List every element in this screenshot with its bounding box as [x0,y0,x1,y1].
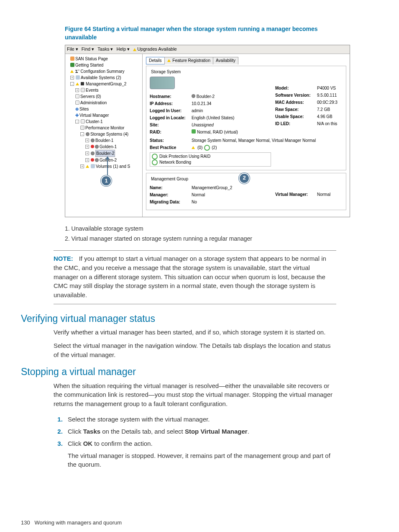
tree-perf-monitor[interactable]: Performance Monitor [85,125,124,131]
tree-volumes[interactable]: Volumes (1) and S [96,163,130,170]
hostname-value: Boulder-2 [197,94,215,99]
error-icon [91,158,94,162]
status-value: Storage System Normal, Manager Normal, V… [192,138,343,144]
collapse-icon[interactable]: - [80,132,84,136]
note-label: NOTE: [54,255,73,262]
server-icon [75,94,79,98]
menubar: File ▾ Find ▾ Tasks ▾ Help ▾ Upgrades Av… [65,45,350,54]
node-icon [91,139,95,142]
cluster-icon [81,119,85,123]
nav-tree[interactable]: SAN Status Page Getting Started Σ+ Confi… [65,54,143,217]
hardware-image [150,77,175,89]
tree-getting-started[interactable]: Getting Started [75,62,103,68]
tree-cluster[interactable]: Cluster-1 [86,118,103,125]
tree-san-status[interactable]: SAN Status Page [75,56,108,62]
expand-icon[interactable]: + [85,152,89,155]
bp-item-1: Disk Protection Using RAID [159,154,210,159]
warning-icon [76,82,79,85]
stop-steps: Select the storage system with the virtu… [54,415,336,469]
storage-system-fieldset: Storage System Hostname: Boulder-2 IP Ad… [146,66,346,170]
mg-name-label: Name: [150,185,192,191]
storage-icon [86,132,90,136]
verify-p1: Verify whether a virtual manager has bee… [54,328,336,337]
tab-availability[interactable]: Availability [213,57,238,64]
idled-value: N/A on this [317,121,343,127]
tree-boulder1[interactable]: Boulder-1 [95,137,113,144]
expand-icon[interactable]: + [85,139,89,142]
tree-sites[interactable]: Sites [79,106,89,112]
figure-legend: 1. Unavailable storage system 2. Virtual… [65,225,336,243]
user-label: Logged In User: [150,108,192,114]
ok-icon [192,129,196,134]
expand-icon[interactable]: + [70,76,74,80]
tree-administration[interactable]: Administration [80,100,107,106]
expand-icon[interactable]: + [85,145,89,149]
group-icon [81,82,84,85]
mg-migrating-label: Migrating Data: [150,199,192,205]
tree-virtual-manager[interactable]: Virtual Manager [79,112,109,118]
tree-events[interactable]: Events [86,87,99,93]
node-icon [95,145,99,149]
warning-icon [70,70,74,73]
tree-mgmt-group[interactable]: ManagementGroup_2 [86,81,126,87]
step-tail: The virtual manager is stopped. However,… [68,451,336,469]
admin-icon [75,100,79,105]
step-1: Select the storage system with the virtu… [64,415,336,424]
screenshot-container: File ▾ Find ▾ Tasks ▾ Help ▾ Upgrades Av… [65,45,350,217]
bp-warn-count: (0) [197,145,202,151]
tree-available-systems[interactable]: Available Systems (2) [81,75,121,81]
user-value: admin [192,108,275,114]
menu-tasks[interactable]: Tasks ▾ [97,46,113,52]
legend-item-1: 1. Unavailable storage system [65,225,336,233]
folder-icon [76,75,80,80]
home-icon [70,57,74,61]
menu-find[interactable]: Find ▾ [82,46,94,52]
tree-servers[interactable]: Servers (0) [80,93,101,100]
menu-file[interactable]: File ▾ [67,46,78,52]
volume-icon [91,164,95,168]
locale-label: Logged in Locale: [150,115,192,121]
verify-p2: Select the virtual manager in the naviga… [54,341,336,360]
expand-icon[interactable]: + [75,88,79,92]
tab-details[interactable]: Details [146,57,165,64]
warning-icon [167,59,171,62]
ok-icon [204,145,210,151]
bp-ok-count: (2) [212,145,217,151]
tree-config-summary[interactable]: Configuration Summary [81,68,125,75]
section-stop-title: Stopping a virtual manager [21,365,336,378]
tab-feature-registration[interactable]: Feature Registration [164,57,213,64]
mg-vm-value: Normal [317,192,343,198]
collapse-icon[interactable]: - [70,82,74,86]
sw-value: 9.5.00.111 [317,93,343,98]
callout-2: 2 [239,173,250,184]
ip-label: IP Address: [150,101,192,107]
monitor-icon [80,126,84,130]
expand-icon[interactable]: + [80,164,84,168]
raw-label: Raw Space: [275,107,317,113]
node-icon [91,152,95,155]
bp-item-2: Network Bonding [159,159,191,165]
expand-icon[interactable]: + [85,158,89,162]
mgmt-group-title: Management Group [150,176,189,182]
menu-help[interactable]: Help ▾ [116,46,130,52]
mac-value: 00:0C:29:3 [317,100,343,105]
mg-vm-label: Virtual Manager: [275,192,317,198]
hostname-label: Hostname: [150,94,192,100]
tree-golden1[interactable]: Golden-1 [100,144,117,150]
upgrades-available[interactable]: Upgrades Available [133,46,177,52]
idled-label: ID LED: [275,121,317,127]
site-value: Unassigned [192,122,275,128]
warning-icon [133,48,136,51]
stop-p1: When the situation requiring the virtual… [54,381,336,409]
site-label: Site: [150,122,192,128]
ip-value: 10.0.21.34 [192,101,275,107]
footer-title: Working with managers and quorum [35,519,122,526]
status-label: Status: [150,138,192,144]
collapse-icon[interactable]: - [75,120,79,123]
usable-label: Usable Space: [275,114,317,120]
page-number: 130 [21,519,30,526]
model-label: Model: [275,85,317,91]
model-value: P4000 VS [317,85,343,91]
tree-storage-systems[interactable]: Storage Systems (4) [90,131,128,137]
usable-value: 4.96 GB [317,114,343,120]
